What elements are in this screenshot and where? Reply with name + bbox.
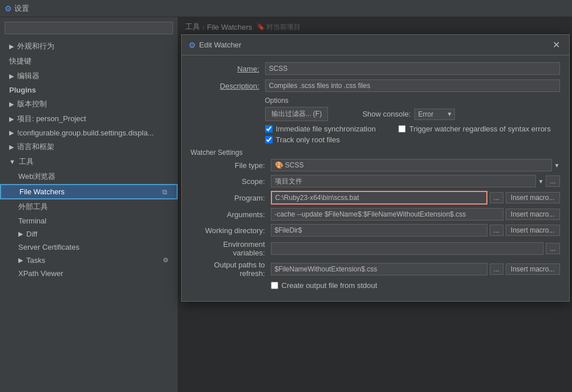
sidebar-item-label: Terminal bbox=[18, 217, 169, 225]
dialog-overlay: ⚙ Edit Watcher ✕ Name: Description: bbox=[178, 17, 572, 392]
arguments-input-wrap: Insert macro... bbox=[271, 208, 560, 221]
dialog-title: Edit Watcher bbox=[199, 41, 550, 49]
scope-browse-button[interactable]: ... bbox=[546, 175, 559, 187]
content-area: 工具 › File Watchers 🔖 对当前项目 SCSS ⚙ Edit W… bbox=[178, 17, 572, 392]
immediate-sync-label: Immediate file synchronization bbox=[276, 125, 376, 133]
scope-row: Scope: 项目文件 ▼ ... bbox=[191, 175, 560, 187]
filter-button[interactable]: 输出过滤器... (F) bbox=[265, 107, 329, 121]
file-type-select[interactable]: 🎨 SCSS bbox=[271, 159, 552, 171]
immediate-sync-checkbox[interactable] bbox=[265, 125, 273, 133]
arguments-insert-macro-button[interactable]: Insert macro... bbox=[506, 209, 560, 220]
sidebar-item-web-browser[interactable]: Web浏览器 bbox=[0, 169, 178, 184]
sidebar-item-server-certs[interactable]: Server Certificates bbox=[0, 241, 178, 254]
env-vars-input[interactable] bbox=[271, 242, 544, 255]
copy-icon: ⧉ bbox=[162, 188, 167, 196]
output-paths-browse-button[interactable]: ... bbox=[490, 263, 503, 275]
output-paths-input[interactable] bbox=[271, 263, 487, 275]
sidebar-item-terminal[interactable]: Terminal bbox=[0, 214, 178, 227]
arrow-icon: ▶ bbox=[18, 257, 23, 264]
sidebar-item-project[interactable]: ▶ 项目: person_Project bbox=[0, 111, 178, 126]
env-vars-input-wrap: ... bbox=[271, 242, 560, 255]
file-type-arrow: ▼ bbox=[554, 162, 560, 169]
sidebar-item-editor[interactable]: ▶ 编辑器 bbox=[0, 69, 178, 83]
create-output-label: Create output file from stdout bbox=[282, 281, 378, 290]
sidebar-item-tools[interactable]: ▼ 工具 bbox=[0, 154, 178, 169]
create-output-checkbox[interactable] bbox=[271, 282, 278, 289]
working-dir-row: Working directory: ... Insert macro... bbox=[191, 224, 560, 237]
edit-watcher-dialog: ⚙ Edit Watcher ✕ Name: Description: bbox=[181, 34, 570, 302]
show-console-select-wrapper: Error Always Never ▼ bbox=[414, 109, 455, 120]
arguments-label: Arguments: bbox=[191, 210, 271, 219]
sidebar-item-label: 语言和框架 bbox=[17, 142, 169, 152]
env-vars-browse-button[interactable]: ... bbox=[546, 243, 559, 254]
sidebar-item-appearance[interactable]: ▶ 外观和行为 bbox=[0, 39, 178, 54]
scope-select[interactable]: 项目文件 bbox=[271, 175, 536, 187]
trigger-watcher-checkbox-row[interactable]: Trigger watcher regardless of syntax err… bbox=[398, 125, 550, 133]
description-row: Description: bbox=[191, 79, 560, 92]
sidebar-item-file-watchers[interactable]: File Watchers ⧉ bbox=[0, 184, 178, 199]
sidebar-nav: ▶ 外观和行为 快捷键 ▶ 编辑器 Plugins ▶ 版本控制 ▶ 项目: p… bbox=[0, 39, 178, 392]
working-dir-input-wrap: ... Insert macro... bbox=[271, 224, 560, 237]
name-label: Name: bbox=[191, 65, 265, 73]
task-icon: ⚙ bbox=[163, 257, 169, 264]
options-checkboxes: Immediate file synchronization Track onl… bbox=[191, 125, 560, 144]
env-vars-label: Environment variables: bbox=[191, 240, 271, 257]
scope-arrow: ▼ bbox=[538, 178, 544, 185]
arguments-input[interactable] bbox=[271, 208, 503, 221]
sidebar-item-keymap[interactable]: 快捷键 bbox=[0, 54, 178, 69]
sidebar-item-xpath[interactable]: XPath Viewer bbox=[0, 267, 178, 280]
sidebar: ▶ 外观和行为 快捷键 ▶ 编辑器 Plugins ▶ 版本控制 ▶ 项目: p… bbox=[0, 17, 178, 392]
sidebar-item-label: 编辑器 bbox=[17, 71, 169, 81]
sidebar-item-configurable[interactable]: ▶ !configurable.group.build.settings.dis… bbox=[0, 126, 178, 139]
search-input[interactable] bbox=[5, 22, 173, 34]
close-button[interactable]: ✕ bbox=[550, 39, 562, 50]
output-paths-insert-macro-button[interactable]: Insert macro... bbox=[506, 263, 560, 275]
sidebar-item-tasks[interactable]: ▶ Tasks ⚙ bbox=[0, 254, 178, 267]
program-insert-macro-button[interactable]: Insert macro... bbox=[506, 192, 560, 203]
track-root-checkbox-row[interactable]: Track only root files bbox=[265, 135, 376, 144]
name-input[interactable] bbox=[265, 62, 560, 75]
sidebar-item-language[interactable]: ▶ 语言和框架 bbox=[0, 139, 178, 154]
trigger-watcher-checkbox[interactable] bbox=[398, 125, 406, 133]
program-browse-button[interactable]: ... bbox=[490, 192, 503, 203]
show-console-container: Show console: Error Always Never ▼ bbox=[362, 109, 455, 120]
program-input[interactable] bbox=[271, 191, 487, 205]
description-input[interactable] bbox=[265, 79, 560, 92]
file-type-select-wrapper: 🎨 SCSS ▼ bbox=[271, 159, 560, 171]
sidebar-item-diff[interactable]: ▶ Diff bbox=[0, 227, 178, 241]
show-console-select[interactable]: Error Always Never bbox=[414, 109, 455, 120]
program-input-wrap: ... Insert macro... bbox=[271, 191, 560, 205]
track-root-checkbox[interactable] bbox=[265, 136, 273, 143]
working-dir-input[interactable] bbox=[271, 224, 487, 237]
arrow-icon: ▶ bbox=[9, 143, 14, 151]
sidebar-search-container bbox=[0, 17, 178, 39]
description-label: Description: bbox=[191, 82, 265, 90]
sidebar-item-external-tools[interactable]: 外部工具 bbox=[0, 199, 178, 214]
program-label: Program: bbox=[191, 194, 271, 202]
watcher-settings-title: Watcher Settings bbox=[191, 149, 560, 157]
sidebar-item-label: 项目: person_Project bbox=[17, 114, 169, 124]
file-type-label: File type: bbox=[191, 161, 271, 170]
sidebar-item-plugins[interactable]: Plugins bbox=[0, 83, 178, 97]
file-type-row: File type: 🎨 SCSS ▼ bbox=[191, 159, 560, 171]
dialog-body: Name: Description: Options 输出过滤器... (F) bbox=[182, 55, 569, 297]
working-dir-insert-macro-button[interactable]: Insert macro... bbox=[506, 225, 560, 236]
options-title: Options bbox=[265, 97, 560, 105]
sidebar-item-version[interactable]: ▶ 版本控制 bbox=[0, 97, 178, 111]
working-dir-browse-button[interactable]: ... bbox=[490, 225, 503, 236]
output-paths-label: Output paths to refresh: bbox=[191, 261, 271, 278]
sidebar-item-label: Server Certificates bbox=[18, 243, 169, 251]
scope-label: Scope: bbox=[191, 177, 271, 186]
title-bar: ⚙ 设置 bbox=[0, 0, 572, 17]
env-vars-row: Environment variables: ... bbox=[191, 240, 560, 257]
sidebar-item-label: Diff bbox=[26, 230, 169, 238]
program-row: Program: ... Insert macro... bbox=[191, 191, 560, 205]
create-output-row: Create output file from stdout bbox=[191, 281, 560, 290]
sidebar-item-label: Tasks bbox=[26, 256, 163, 265]
working-dir-label: Working directory: bbox=[191, 226, 271, 235]
immediate-sync-checkbox-row[interactable]: Immediate file synchronization bbox=[265, 125, 376, 133]
arrow-icon: ▼ bbox=[9, 158, 15, 165]
output-paths-row: Output paths to refresh: ... Insert macr… bbox=[191, 261, 560, 278]
arrow-icon: ▶ bbox=[9, 73, 14, 80]
output-paths-input-wrap: ... Insert macro... bbox=[271, 263, 560, 275]
